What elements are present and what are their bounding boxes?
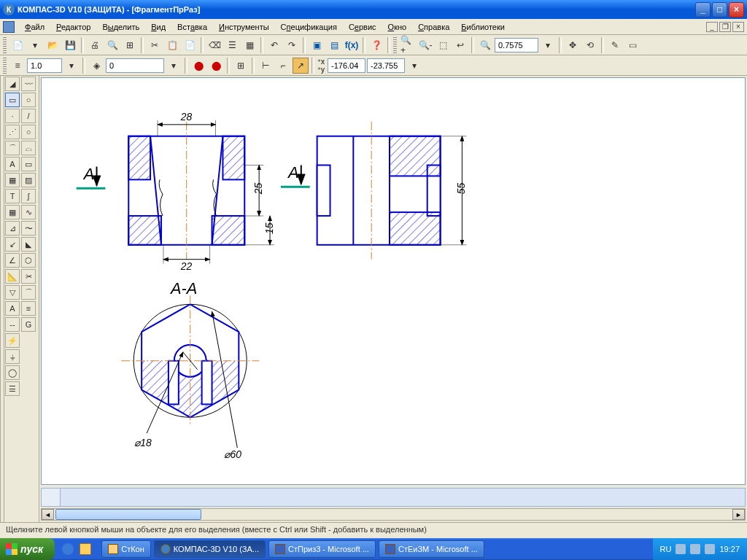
tool-a2[interactable]: A <box>5 301 20 316</box>
tool-menu[interactable]: ☰ <box>5 381 20 396</box>
tool-arc2[interactable]: ⌓ <box>21 141 36 155</box>
mdi-close-button[interactable]: × <box>732 22 744 32</box>
copy-button[interactable]: 📋 <box>164 37 180 53</box>
ortho3-button[interactable]: ↗ <box>293 58 309 74</box>
fx-button[interactable]: f(x) <box>344 37 360 53</box>
tool-wave[interactable]: 〜 <box>21 221 36 236</box>
show-all-button[interactable]: ▭ <box>624 37 640 53</box>
tool-equid[interactable]: ≡ <box>21 301 36 316</box>
tray-icon-3[interactable] <box>705 544 715 554</box>
zoom-window-button[interactable]: ⬚ <box>435 37 451 53</box>
menu-file[interactable]: Файл <box>19 21 50 33</box>
tool-curve[interactable]: 〰 <box>21 77 36 91</box>
menu-tools[interactable]: Инструменты <box>213 21 275 33</box>
layer-icon[interactable]: ◈ <box>88 58 104 74</box>
toolbar-grip-3[interactable] <box>3 58 7 74</box>
tool-circle[interactable]: ○ <box>21 125 36 139</box>
eraser-button[interactable]: ⌫ <box>206 37 222 53</box>
tool-text-t[interactable]: T <box>5 189 20 203</box>
zoom-fit-button[interactable]: 🔍 <box>477 37 493 53</box>
tree-button[interactable]: ▦ <box>241 37 258 53</box>
style-button[interactable]: ≡ <box>9 58 26 74</box>
ortho2-button[interactable]: ⌐ <box>275 58 291 74</box>
tool-text-a[interactable]: A <box>5 157 20 171</box>
menu-libs[interactable]: Библиотеки <box>455 21 511 33</box>
help-button[interactable]: ❓ <box>368 37 384 53</box>
pan-button[interactable]: ✥ <box>565 37 581 53</box>
rotate-button[interactable]: ⟲ <box>582 37 598 53</box>
mdi-minimize-button[interactable]: _ <box>706 22 718 32</box>
tool-ground[interactable]: ⏚ <box>5 349 20 364</box>
tool-arc[interactable]: ⌒ <box>5 141 20 155</box>
tool-circle2[interactable]: ◯ <box>5 365 20 380</box>
tool-bezier[interactable]: ∿ <box>21 205 36 219</box>
menu-spec[interactable]: Спецификация <box>275 21 343 33</box>
tool-rect[interactable]: ▭ <box>21 157 36 171</box>
zoom-out-button[interactable]: 🔍- <box>417 37 433 53</box>
tool-polygon[interactable]: ⬡ <box>21 253 36 268</box>
snap2-button[interactable]: ⬤ <box>208 58 224 74</box>
tool-hatch[interactable]: ▨ <box>21 173 36 187</box>
clock[interactable]: 19:27 <box>719 545 740 553</box>
tool-line[interactable]: / <box>21 109 36 123</box>
tool-table[interactable]: ▦ <box>5 173 20 187</box>
zoom-in-button[interactable]: 🔍+ <box>400 37 416 53</box>
menu-service[interactable]: Сервис <box>343 21 382 33</box>
refresh-button[interactable]: ✎ <box>607 37 623 53</box>
paste-button[interactable]: 📄 <box>182 37 198 53</box>
tool-spline[interactable]: ∫ <box>21 189 36 203</box>
tool-table2[interactable]: ▦ <box>5 205 20 219</box>
menu-help[interactable]: Справка <box>412 21 455 33</box>
ortho1-button[interactable]: ⊢ <box>258 58 274 74</box>
line-width-dropdown[interactable]: ▾ <box>63 58 80 74</box>
tool-g[interactable]: G <box>21 317 36 332</box>
menu-window[interactable]: Окно <box>382 21 413 33</box>
tray-icon-2[interactable] <box>690 544 700 554</box>
manager-button[interactable]: ▣ <box>309 37 325 53</box>
task-item-1[interactable]: СтКон <box>101 540 151 558</box>
coord-y-input[interactable] <box>367 58 405 73</box>
print-button[interactable]: 🖨 <box>87 37 103 53</box>
property-panel-tab[interactable] <box>42 489 61 506</box>
print-layout-button[interactable]: ⊞ <box>122 37 138 53</box>
toolbar-grip[interactable] <box>3 37 7 53</box>
toolbar-grip-2[interactable] <box>393 37 397 53</box>
tool-dim1[interactable]: ⊿ <box>5 221 20 236</box>
tool-select[interactable]: ▭ <box>5 93 20 107</box>
new-dropdown[interactable]: ▾ <box>27 37 43 53</box>
quick-launch-icon-2[interactable] <box>80 543 91 555</box>
layer-input[interactable] <box>106 58 164 73</box>
undo-button[interactable]: ↶ <box>266 37 282 53</box>
save-button[interactable]: 💾 <box>62 37 78 53</box>
tool-dash[interactable]: -- <box>5 317 20 332</box>
mdi-doc-icon[interactable] <box>3 21 15 33</box>
menu-editor[interactable]: Редактор <box>50 21 96 33</box>
open-button[interactable]: 📂 <box>44 37 61 53</box>
task-item-3[interactable]: СтПриз3 - Microsoft ... <box>268 540 376 558</box>
zoom-dropdown[interactable]: ▾ <box>540 37 556 53</box>
tool-angle[interactable]: ∠ <box>5 253 20 268</box>
close-button[interactable]: × <box>729 2 744 18</box>
new-button[interactable]: 📄 <box>9 37 26 53</box>
tool-rough[interactable]: ▽ <box>5 285 20 300</box>
task-item-2[interactable]: КОМПАС-3D V10 (ЗА... <box>154 540 266 558</box>
property-panel[interactable] <box>61 489 745 506</box>
tool-trim[interactable]: ✂ <box>21 269 36 284</box>
start-button[interactable]: пуск <box>0 538 55 560</box>
menu-select[interactable]: Выделить <box>96 21 145 33</box>
tool-fillet[interactable]: ⌒ <box>21 285 36 300</box>
tool-point[interactable]: · <box>5 109 20 123</box>
redo-button[interactable]: ↷ <box>284 37 300 53</box>
task-item-4[interactable]: СтЕиЗМ - Microsoft ... <box>379 540 484 558</box>
lang-indicator[interactable]: RU <box>660 545 672 553</box>
tool-measure[interactable]: 📐 <box>5 269 20 284</box>
maximize-button[interactable]: □ <box>712 2 727 18</box>
horizontal-scrollbar[interactable]: ◄ ► <box>41 508 746 521</box>
mdi-restore-button[interactable]: ❐ <box>719 22 731 32</box>
scroll-left-button[interactable]: ◄ <box>42 509 54 520</box>
tool-ellipse[interactable]: ○ <box>21 93 36 107</box>
menu-view[interactable]: Вид <box>145 21 171 33</box>
tool-aux[interactable]: ⋰ <box>5 125 20 139</box>
tool-geometry[interactable]: ◢ <box>5 77 20 91</box>
scroll-thumb[interactable] <box>55 509 201 520</box>
